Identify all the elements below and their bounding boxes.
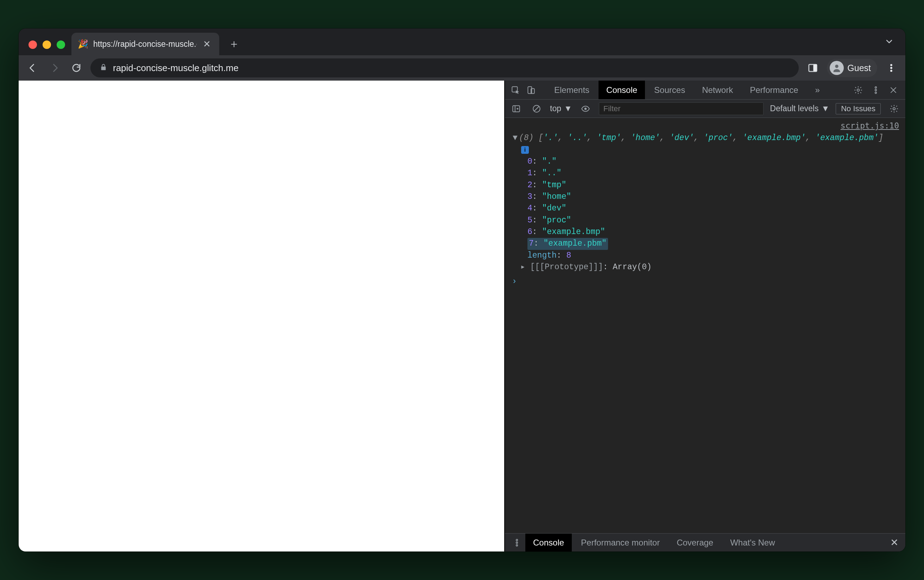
drawer-tab-coverage[interactable]: Coverage (669, 534, 721, 552)
source-link[interactable]: script.js:10 (840, 120, 899, 132)
tab-strip: 🎉 https://rapid-concise-muscle.g ✕ ＋ (19, 28, 905, 55)
live-expression-icon[interactable] (579, 102, 592, 116)
back-button[interactable] (25, 60, 41, 76)
svg-point-13 (875, 92, 876, 93)
reload-button[interactable] (69, 60, 84, 76)
tab-more[interactable]: » (807, 81, 828, 99)
drawer-menu-icon[interactable] (510, 536, 524, 550)
array-length-row: length: 8 (511, 250, 899, 262)
devtools-menu-icon[interactable] (869, 83, 883, 97)
stage: 🎉 https://rapid-concise-muscle.g ✕ ＋ (0, 0, 924, 580)
browser-menu-button[interactable] (883, 63, 899, 73)
svg-point-11 (875, 87, 876, 88)
inspect-element-icon[interactable] (508, 83, 523, 97)
svg-point-4 (891, 64, 892, 66)
array-item[interactable]: 3: "home" (528, 191, 899, 203)
log-levels-label: Default levels (770, 104, 819, 113)
new-tab-button[interactable]: ＋ (225, 36, 242, 53)
array-item[interactable]: 2: "tmp" (528, 180, 899, 191)
forward-button[interactable] (47, 60, 62, 76)
tab-performance[interactable]: Performance (742, 81, 806, 99)
console-filter-input[interactable] (599, 102, 764, 115)
side-panel-toggle[interactable] (805, 60, 820, 76)
avatar-icon (830, 61, 844, 75)
lock-icon (100, 63, 107, 74)
array-item[interactable]: 0: "." (528, 156, 899, 168)
array-item[interactable]: 4: "dev" (528, 203, 899, 214)
svg-point-6 (891, 70, 892, 72)
array-item[interactable]: 1: ".." (528, 168, 899, 179)
devtools-close-icon[interactable] (886, 83, 901, 97)
array-item[interactable]: 7: "example.pbm" (528, 238, 608, 249)
content-row: Elements Console Sources Network Perform… (19, 81, 905, 552)
log-levels-dropdown[interactable]: Default levels ▼ (770, 104, 829, 113)
chevron-down-icon: ▼ (564, 104, 572, 113)
clear-console-icon[interactable] (529, 102, 544, 116)
tab-elements[interactable]: Elements (546, 81, 597, 99)
svg-point-22 (516, 544, 518, 546)
tab-favicon-icon: 🎉 (78, 39, 88, 49)
console-toolbar: top ▼ Default levels ▼ No Issues (505, 100, 905, 118)
page-viewport[interactable] (19, 81, 505, 552)
prototype-row[interactable]: ▸ [[[Prototype]]]: Array(0) (511, 262, 899, 273)
devtools-panel: Elements Console Sources Network Perform… (505, 81, 905, 552)
tab-sources[interactable]: Sources (646, 81, 693, 99)
array-summary: (8) ['.', '..', 'tmp', 'home', 'dev', 'p… (519, 133, 883, 143)
svg-rect-14 (513, 105, 520, 112)
svg-line-17 (534, 106, 539, 111)
issues-button[interactable]: No Issues (836, 103, 881, 114)
devtools-tabs: Elements Console Sources Network Perform… (505, 81, 905, 100)
close-tab-button[interactable]: ✕ (202, 39, 212, 49)
svg-point-18 (584, 107, 587, 110)
maximize-window-button[interactable] (57, 41, 65, 49)
svg-point-5 (891, 67, 892, 69)
drawer-tab-performance-monitor[interactable]: Performance monitor (573, 534, 668, 552)
info-badge-icon[interactable]: i (521, 146, 529, 154)
svg-point-20 (516, 539, 518, 540)
array-item[interactable]: 6: "example.bmp" (528, 226, 899, 238)
svg-point-21 (516, 542, 518, 543)
drawer-tab-whats-new[interactable]: What's New (722, 534, 783, 552)
tab-console[interactable]: Console (598, 81, 645, 99)
console-output[interactable]: script.js:10 ▼(8) ['.', '..', 'tmp', 'ho… (505, 118, 905, 533)
close-window-button[interactable] (28, 41, 37, 49)
console-prompt[interactable]: › (511, 273, 899, 288)
svg-rect-2 (814, 64, 817, 71)
omnibox[interactable]: rapid-concise-muscle.glitch.me (90, 58, 799, 77)
devtools-settings-icon[interactable] (851, 83, 865, 97)
array-item[interactable]: 5: "proc" (528, 215, 899, 226)
profile-chip[interactable]: Guest (827, 59, 877, 77)
browser-window: 🎉 https://rapid-concise-muscle.g ✕ ＋ (19, 28, 905, 552)
drawer-close-icon[interactable]: ✕ (888, 537, 901, 548)
browser-tab[interactable]: 🎉 https://rapid-concise-muscle.g ✕ (71, 33, 219, 55)
svg-point-19 (893, 107, 896, 110)
tab-network[interactable]: Network (694, 81, 741, 99)
device-toolbar-icon[interactable] (524, 83, 538, 97)
svg-point-10 (857, 89, 860, 91)
execution-context-dropdown[interactable]: top ▼ (550, 104, 572, 113)
url-text: rapid-concise-muscle.glitch.me (113, 63, 238, 74)
svg-point-3 (835, 65, 839, 68)
console-settings-icon[interactable] (887, 102, 901, 116)
url-toolbar: rapid-concise-muscle.glitch.me Guest (19, 55, 905, 81)
execution-context-label: top (550, 104, 561, 113)
drawer-tab-console[interactable]: Console (525, 534, 572, 552)
minimize-window-button[interactable] (43, 41, 51, 49)
console-sidebar-toggle-icon[interactable] (509, 102, 523, 116)
window-controls (23, 41, 71, 55)
tab-overflow-button[interactable] (884, 36, 901, 55)
console-message[interactable]: ▼(8) ['.', '..', 'tmp', 'home', 'dev', '… (511, 132, 899, 273)
chevron-down-icon: ▼ (821, 104, 829, 113)
array-items: 0: "."1: ".."2: "tmp"3: "home"4: "dev"5:… (511, 156, 899, 250)
profile-label: Guest (847, 63, 871, 73)
devtools-drawer: Console Performance monitor Coverage Wha… (505, 533, 905, 552)
svg-point-12 (875, 89, 876, 91)
expander-icon[interactable]: ▼ (511, 132, 519, 144)
tab-title: https://rapid-concise-muscle.g (93, 40, 197, 49)
